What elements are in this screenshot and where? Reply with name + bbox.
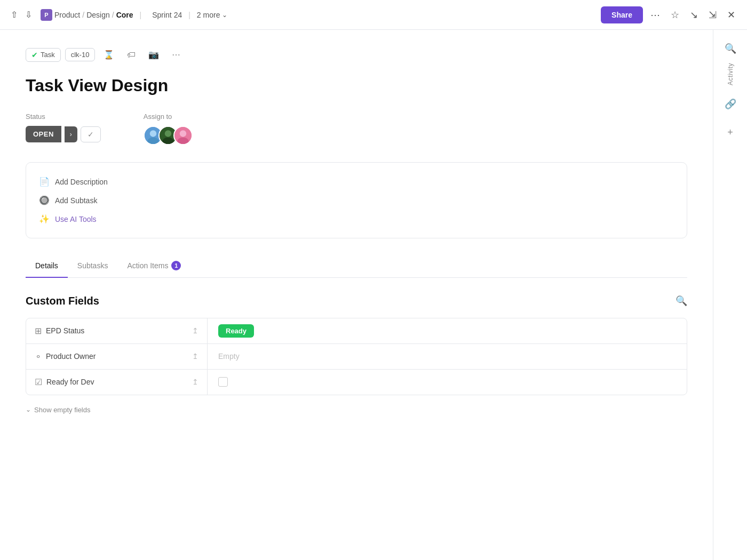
field-row-ready-for-dev: ☑ Ready for Dev ↥ (26, 370, 687, 395)
chevron-down-icon: ⌄ (222, 11, 227, 19)
tag-icon-button[interactable]: 🏷 (123, 47, 140, 62)
ai-icon: ✨ (39, 214, 50, 224)
chevron-down-icon: ⌄ (26, 406, 31, 413)
pin-icon-3[interactable]: ↥ (192, 378, 198, 386)
description-box: 📄 Add Description 🔘 Add Subtask ✨ Use AI… (26, 162, 687, 238)
svg-point-1 (150, 131, 156, 137)
star-button[interactable]: ☆ (667, 6, 682, 24)
status-label: Status (26, 113, 101, 121)
breadcrumb-sep-2: / (112, 11, 114, 19)
nav-arrows: ⇧ ⇩ (9, 7, 34, 22)
svg-point-5 (162, 138, 173, 145)
close-button[interactable]: ✕ (724, 6, 738, 24)
timer-icon-button[interactable]: ⌛ (99, 47, 118, 62)
field-row-epd-status: ⊞ EPD Status ↥ Ready (26, 318, 687, 344)
breadcrumb-design[interactable]: Design (86, 11, 110, 19)
image-icon-button[interactable]: 📷 (144, 47, 163, 62)
task-check-icon: ✔ (31, 51, 38, 59)
status-btn-group: OPEN › ✓ (26, 126, 101, 142)
epd-status-label: EPD Status (46, 326, 84, 335)
ready-for-dev-label: Ready for Dev (46, 378, 94, 386)
activity-section: 🔍 Activity (720, 38, 741, 85)
product-owner-label: Product Owner (46, 352, 96, 361)
breadcrumb-product[interactable]: Product (54, 11, 80, 19)
action-items-badge: 1 (171, 261, 181, 270)
field-name-product-owner: ⚬ Product Owner ↥ (26, 344, 208, 369)
add-subtask-action[interactable]: 🔘 Add Subtask (39, 192, 674, 209)
task-id-badge: clk-10 (65, 48, 96, 61)
section-title-row: Custom Fields 🔍 (26, 295, 687, 307)
subtask-icon: 🔘 (39, 195, 50, 205)
right-sidebar: 🔍 Activity 🔗 + (713, 30, 747, 560)
status-complete-button[interactable]: ✓ (81, 126, 101, 142)
search-icon[interactable]: 🔍 (676, 295, 687, 307)
field-row-product-owner: ⚬ Product Owner ↥ Empty (26, 344, 687, 370)
empty-text: Empty (218, 352, 240, 361)
fields-table: ⊞ EPD Status ↥ Ready ⚬ Product Owner (26, 318, 687, 395)
breadcrumb-more[interactable]: 2 more ⌄ (197, 11, 228, 19)
topbar-actions: Share ⋯ ☆ ↘ ⇲ ✕ (601, 6, 738, 24)
svg-point-2 (147, 138, 158, 145)
pin-icon-1[interactable]: ↥ (192, 326, 198, 335)
custom-fields-title: Custom Fields (26, 295, 99, 307)
download-button[interactable]: ↘ (687, 6, 701, 24)
field-name-ready-for-dev: ☑ Ready for Dev ↥ (26, 370, 208, 395)
add-description-action[interactable]: 📄 Add Description (39, 173, 674, 190)
breadcrumb-divider-2: | (188, 11, 190, 19)
status-field: Status OPEN › ✓ (26, 113, 101, 142)
tab-details[interactable]: Details (26, 255, 68, 278)
share-button[interactable]: Share (601, 6, 643, 23)
fullscreen-button[interactable]: ⇲ (705, 6, 720, 24)
custom-fields-section: Custom Fields 🔍 ⊞ EPD Status ↥ Ready (26, 295, 687, 414)
status-chevron-button[interactable]: › (65, 126, 77, 142)
epd-status-type-icon: ⊞ (35, 326, 42, 336)
pin-icon-2[interactable]: ↥ (192, 352, 198, 361)
ready-for-dev-type-icon: ☑ (35, 377, 42, 387)
tab-subtasks[interactable]: Subtasks (68, 255, 118, 278)
field-name-epd-status: ⊞ EPD Status ↥ (26, 318, 208, 343)
task-type-label: Task (41, 51, 55, 59)
add-icon-button[interactable]: + (723, 123, 737, 142)
more-icon-button[interactable]: ⋯ (168, 47, 185, 62)
svg-point-8 (177, 138, 188, 145)
product-logo: P (41, 9, 52, 21)
checkbox-empty[interactable] (218, 377, 228, 387)
breadcrumb-sprint[interactable]: Sprint 24 (152, 11, 182, 19)
more-options-button[interactable]: ⋯ (647, 6, 663, 24)
assign-to-label: Assign to (144, 113, 193, 121)
topbar: ⇧ ⇩ P Product / Design / Core | Sprint 2… (0, 0, 747, 30)
activity-label: Activity (727, 63, 734, 85)
link-icon-button[interactable]: 🔗 (720, 94, 741, 114)
main-layout: ✔ Task clk-10 ⌛ 🏷 📷 ⋯ Task View Design S… (0, 30, 747, 560)
task-type-badge: ✔ Task (26, 48, 61, 62)
avatar-3[interactable] (173, 126, 193, 145)
assignee-avatars[interactable] (144, 126, 193, 145)
task-meta: ✔ Task clk-10 ⌛ 🏷 📷 ⋯ (26, 47, 687, 62)
svg-point-7 (180, 131, 186, 137)
assign-field: Assign to (144, 113, 193, 145)
ready-for-dev-value[interactable] (208, 371, 687, 393)
ready-badge: Ready (218, 324, 254, 338)
nav-up-button[interactable]: ⇧ (9, 7, 20, 22)
epd-status-value[interactable]: Ready (208, 320, 687, 341)
show-empty-fields[interactable]: ⌄ Show empty fields (26, 406, 687, 414)
breadcrumb-sep-1: / (82, 11, 84, 19)
svg-point-4 (165, 131, 171, 137)
product-owner-value[interactable]: Empty (208, 346, 687, 367)
activity-search-button[interactable]: 🔍 (720, 38, 741, 59)
breadcrumb: P Product / Design / Core | Sprint 24 | … (41, 9, 601, 21)
task-title: Task View Design (26, 75, 687, 95)
content-area: ✔ Task clk-10 ⌛ 🏷 📷 ⋯ Task View Design S… (0, 30, 713, 560)
doc-icon: 📄 (39, 177, 50, 187)
breadcrumb-core[interactable]: Core (116, 11, 133, 19)
status-open-button[interactable]: OPEN (26, 126, 61, 142)
breadcrumb-divider: | (140, 11, 142, 19)
use-ai-tools-action[interactable]: ✨ Use AI Tools (39, 211, 674, 227)
nav-down-button[interactable]: ⇩ (23, 7, 34, 22)
tab-action-items[interactable]: Action Items 1 (117, 255, 190, 278)
tabs-bar: Details Subtasks Action Items 1 (26, 255, 687, 278)
product-owner-type-icon: ⚬ (35, 351, 42, 362)
status-assign-row: Status OPEN › ✓ Assign to (26, 113, 687, 145)
